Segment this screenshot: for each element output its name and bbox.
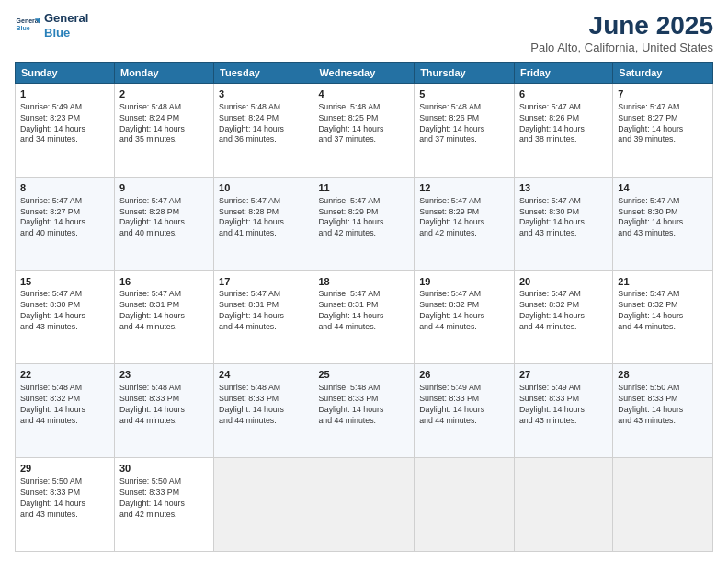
day-info: Sunrise: 5:49 AM Sunset: 8:33 PM Dayligh… bbox=[419, 383, 509, 427]
day-info: Sunrise: 5:48 AM Sunset: 8:26 PM Dayligh… bbox=[419, 102, 509, 146]
day-info: Sunrise: 5:47 AM Sunset: 8:26 PM Dayligh… bbox=[519, 102, 608, 146]
week-row-3: 15Sunrise: 5:47 AM Sunset: 8:30 PM Dayli… bbox=[16, 270, 713, 364]
logo-text: General Blue bbox=[44, 11, 88, 40]
generalblue-logo-icon: General Blue bbox=[15, 13, 40, 39]
day-info: Sunrise: 5:47 AM Sunset: 8:30 PM Dayligh… bbox=[20, 289, 109, 333]
day-info: Sunrise: 5:48 AM Sunset: 8:33 PM Dayligh… bbox=[219, 383, 308, 427]
day-info: Sunrise: 5:48 AM Sunset: 8:24 PM Dayligh… bbox=[219, 102, 308, 146]
day-number: 16 bbox=[119, 275, 209, 289]
day-cell: 23Sunrise: 5:48 AM Sunset: 8:33 PM Dayli… bbox=[114, 364, 213, 458]
day-number: 30 bbox=[119, 462, 209, 476]
day-number: 7 bbox=[618, 87, 708, 101]
day-cell: 19Sunrise: 5:47 AM Sunset: 8:32 PM Dayli… bbox=[415, 270, 515, 364]
day-info: Sunrise: 5:50 AM Sunset: 8:33 PM Dayligh… bbox=[618, 383, 708, 427]
day-cell bbox=[514, 458, 612, 552]
calendar-body: 1Sunrise: 5:49 AM Sunset: 8:23 PM Daylig… bbox=[16, 84, 713, 552]
day-info: Sunrise: 5:48 AM Sunset: 8:25 PM Dayligh… bbox=[318, 102, 409, 146]
day-number: 27 bbox=[519, 368, 608, 382]
day-info: Sunrise: 5:49 AM Sunset: 8:33 PM Dayligh… bbox=[519, 383, 608, 427]
day-cell: 11Sunrise: 5:47 AM Sunset: 8:29 PM Dayli… bbox=[313, 177, 415, 270]
day-number: 26 bbox=[419, 368, 509, 382]
day-cell: 1Sunrise: 5:49 AM Sunset: 8:23 PM Daylig… bbox=[16, 84, 115, 178]
day-cell bbox=[313, 458, 415, 552]
day-cell: 29Sunrise: 5:50 AM Sunset: 8:33 PM Dayli… bbox=[16, 458, 115, 552]
day-cell: 7Sunrise: 5:47 AM Sunset: 8:27 PM Daylig… bbox=[613, 84, 713, 178]
week-row-1: 1Sunrise: 5:49 AM Sunset: 8:23 PM Daylig… bbox=[16, 84, 713, 178]
day-cell: 17Sunrise: 5:47 AM Sunset: 8:31 PM Dayli… bbox=[214, 270, 313, 364]
page: General Blue General Blue June 2025 Palo… bbox=[0, 0, 728, 563]
day-info: Sunrise: 5:49 AM Sunset: 8:23 PM Dayligh… bbox=[20, 102, 109, 146]
day-cell: 13Sunrise: 5:47 AM Sunset: 8:30 PM Dayli… bbox=[514, 177, 612, 270]
day-cell: 20Sunrise: 5:47 AM Sunset: 8:32 PM Dayli… bbox=[514, 270, 612, 364]
day-number: 10 bbox=[219, 181, 308, 195]
day-cell: 14Sunrise: 5:47 AM Sunset: 8:30 PM Dayli… bbox=[613, 177, 713, 270]
day-cell: 24Sunrise: 5:48 AM Sunset: 8:33 PM Dayli… bbox=[214, 364, 313, 458]
week-row-4: 22Sunrise: 5:48 AM Sunset: 8:32 PM Dayli… bbox=[16, 364, 713, 458]
day-info: Sunrise: 5:47 AM Sunset: 8:31 PM Dayligh… bbox=[119, 289, 209, 333]
day-info: Sunrise: 5:47 AM Sunset: 8:30 PM Dayligh… bbox=[618, 196, 708, 240]
day-cell: 30Sunrise: 5:50 AM Sunset: 8:33 PM Dayli… bbox=[114, 458, 213, 552]
day-cell: 12Sunrise: 5:47 AM Sunset: 8:29 PM Dayli… bbox=[415, 177, 515, 270]
day-number: 6 bbox=[519, 87, 608, 101]
day-number: 22 bbox=[20, 368, 109, 382]
day-number: 20 bbox=[519, 275, 608, 289]
day-cell: 3Sunrise: 5:48 AM Sunset: 8:24 PM Daylig… bbox=[214, 84, 313, 178]
col-header-saturday: Saturday bbox=[613, 63, 713, 84]
day-info: Sunrise: 5:47 AM Sunset: 8:32 PM Dayligh… bbox=[519, 289, 608, 333]
day-info: Sunrise: 5:47 AM Sunset: 8:28 PM Dayligh… bbox=[119, 196, 209, 240]
day-number: 5 bbox=[419, 87, 509, 101]
day-number: 15 bbox=[20, 275, 109, 289]
day-info: Sunrise: 5:47 AM Sunset: 8:31 PM Dayligh… bbox=[318, 289, 409, 333]
svg-text:General: General bbox=[17, 17, 40, 23]
day-number: 23 bbox=[119, 368, 209, 382]
day-info: Sunrise: 5:48 AM Sunset: 8:24 PM Dayligh… bbox=[119, 102, 209, 146]
day-number: 3 bbox=[219, 87, 308, 101]
day-number: 21 bbox=[618, 275, 708, 289]
logo: General Blue General Blue bbox=[15, 11, 88, 40]
day-number: 18 bbox=[318, 275, 409, 289]
day-cell: 8Sunrise: 5:47 AM Sunset: 8:27 PM Daylig… bbox=[16, 177, 115, 270]
day-cell: 21Sunrise: 5:47 AM Sunset: 8:32 PM Dayli… bbox=[613, 270, 713, 364]
day-cell: 22Sunrise: 5:48 AM Sunset: 8:32 PM Dayli… bbox=[16, 364, 115, 458]
day-cell bbox=[415, 458, 515, 552]
day-info: Sunrise: 5:47 AM Sunset: 8:32 PM Dayligh… bbox=[618, 289, 708, 333]
col-header-monday: Monday bbox=[114, 63, 213, 84]
column-header-row: SundayMondayTuesdayWednesdayThursdayFrid… bbox=[16, 63, 713, 84]
day-number: 2 bbox=[119, 87, 209, 101]
day-cell: 27Sunrise: 5:49 AM Sunset: 8:33 PM Dayli… bbox=[514, 364, 612, 458]
day-number: 12 bbox=[419, 181, 509, 195]
day-number: 19 bbox=[419, 275, 509, 289]
day-number: 13 bbox=[519, 181, 608, 195]
day-cell: 26Sunrise: 5:49 AM Sunset: 8:33 PM Dayli… bbox=[415, 364, 515, 458]
day-cell: 15Sunrise: 5:47 AM Sunset: 8:30 PM Dayli… bbox=[16, 270, 115, 364]
day-info: Sunrise: 5:50 AM Sunset: 8:33 PM Dayligh… bbox=[119, 477, 209, 521]
col-header-wednesday: Wednesday bbox=[313, 63, 415, 84]
day-cell: 9Sunrise: 5:47 AM Sunset: 8:28 PM Daylig… bbox=[114, 177, 213, 270]
day-cell: 5Sunrise: 5:48 AM Sunset: 8:26 PM Daylig… bbox=[415, 84, 515, 178]
col-header-friday: Friday bbox=[514, 63, 612, 84]
day-info: Sunrise: 5:47 AM Sunset: 8:32 PM Dayligh… bbox=[419, 289, 509, 333]
day-info: Sunrise: 5:47 AM Sunset: 8:30 PM Dayligh… bbox=[519, 196, 608, 240]
calendar-table: SundayMondayTuesdayWednesdayThursdayFrid… bbox=[15, 62, 713, 552]
week-row-2: 8Sunrise: 5:47 AM Sunset: 8:27 PM Daylig… bbox=[16, 177, 713, 270]
day-cell: 10Sunrise: 5:47 AM Sunset: 8:28 PM Dayli… bbox=[214, 177, 313, 270]
day-cell: 4Sunrise: 5:48 AM Sunset: 8:25 PM Daylig… bbox=[313, 84, 415, 178]
header: General Blue General Blue June 2025 Palo… bbox=[15, 11, 713, 54]
day-info: Sunrise: 5:47 AM Sunset: 8:31 PM Dayligh… bbox=[219, 289, 308, 333]
day-info: Sunrise: 5:48 AM Sunset: 8:33 PM Dayligh… bbox=[119, 383, 209, 427]
day-cell: 6Sunrise: 5:47 AM Sunset: 8:26 PM Daylig… bbox=[514, 84, 612, 178]
svg-text:Blue: Blue bbox=[17, 25, 30, 31]
main-title: June 2025 bbox=[530, 11, 713, 40]
day-cell: 25Sunrise: 5:48 AM Sunset: 8:33 PM Dayli… bbox=[313, 364, 415, 458]
day-cell bbox=[214, 458, 313, 552]
day-number: 28 bbox=[618, 368, 708, 382]
day-number: 8 bbox=[20, 181, 109, 195]
day-info: Sunrise: 5:48 AM Sunset: 8:32 PM Dayligh… bbox=[20, 383, 109, 427]
subtitle: Palo Alto, California, United States bbox=[530, 40, 713, 54]
day-cell: 2Sunrise: 5:48 AM Sunset: 8:24 PM Daylig… bbox=[114, 84, 213, 178]
title-block: June 2025 Palo Alto, California, United … bbox=[530, 11, 713, 54]
col-header-thursday: Thursday bbox=[415, 63, 515, 84]
day-cell: 28Sunrise: 5:50 AM Sunset: 8:33 PM Dayli… bbox=[613, 364, 713, 458]
week-row-5: 29Sunrise: 5:50 AM Sunset: 8:33 PM Dayli… bbox=[16, 458, 713, 552]
day-info: Sunrise: 5:47 AM Sunset: 8:27 PM Dayligh… bbox=[618, 102, 708, 146]
